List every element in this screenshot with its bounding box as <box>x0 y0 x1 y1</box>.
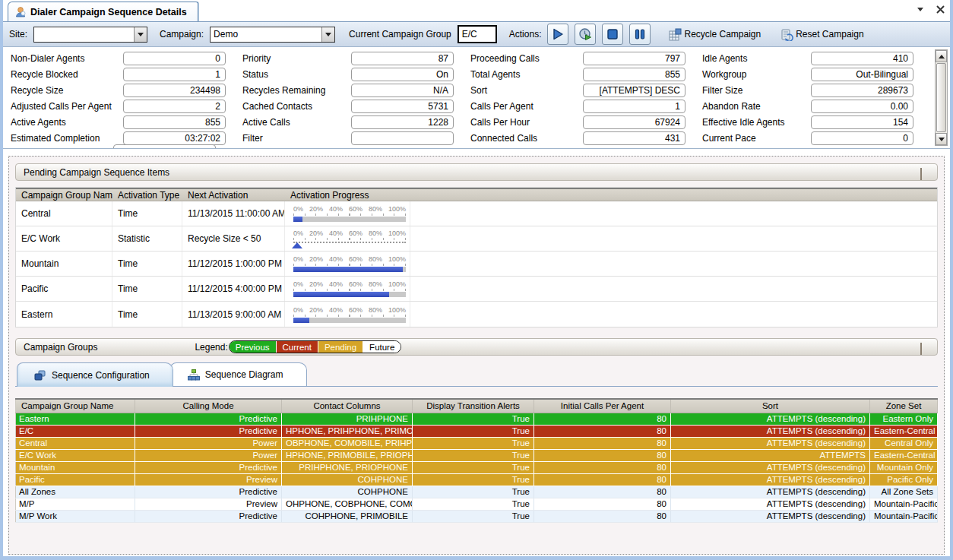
table-row[interactable]: All ZonesPredictiveCOHPHONETrue80ATTEMPT… <box>16 486 938 498</box>
campaign-group-name: E/C Work <box>16 226 112 251</box>
column-header[interactable]: Activation Progress <box>285 189 410 201</box>
column-header[interactable]: Next Activation <box>182 189 285 201</box>
campaign-groups-section-header[interactable]: Campaign Groups Legend: Previous Current… <box>15 338 938 356</box>
collapse-chevron-icon[interactable] <box>920 169 929 176</box>
tab-sequence-diagram[interactable]: Sequence Diagram <box>170 362 307 386</box>
column-header[interactable]: Display Transition Alerts <box>413 399 534 413</box>
tab-sequence-configuration[interactable]: Sequence Configuration <box>17 362 173 387</box>
stop-button[interactable] <box>602 24 623 45</box>
site-select[interactable] <box>33 27 147 43</box>
pause-icon <box>633 27 647 41</box>
progress-bar <box>293 267 403 272</box>
chevron-down-icon[interactable] <box>134 27 147 42</box>
stat-value: 5731 <box>351 100 454 113</box>
campaign-groups-title: Campaign Groups <box>24 342 97 353</box>
stats-column-4: Idle Agents410 WorkgroupOut-Bilingual Fi… <box>702 50 930 146</box>
agent-icon <box>14 6 27 18</box>
column-header[interactable]: Campaign Group Name <box>16 189 112 201</box>
site-label: Site: <box>9 29 27 40</box>
tab-label: Sequence Configuration <box>52 370 150 381</box>
stat-value: 67924 <box>583 115 685 129</box>
column-header[interactable]: Campaign Group Name <box>16 399 135 413</box>
start-button[interactable] <box>547 24 568 45</box>
campaign-group-name: Mountain <box>16 252 112 276</box>
recycle-campaign-label: Recycle Campaign <box>684 29 761 40</box>
reset-campaign-button[interactable]: Reset Campaign <box>777 27 866 43</box>
close-icon[interactable] <box>935 4 945 14</box>
stat-value: 2 <box>123 100 226 113</box>
pending-section-header[interactable]: Pending Campaign Sequence Items <box>15 163 938 181</box>
pending-row[interactable]: Pacific Time 11/12/2015 4:00:00 PM 0%20%… <box>16 277 937 302</box>
pending-row[interactable]: Central Time 11/13/2015 11:00:00 AM 0%20… <box>16 201 937 226</box>
table-row[interactable]: CentralPowerOBPHONE, COMOBILE, PRIHPHONE… <box>16 437 938 449</box>
activation-type: Time <box>112 277 182 301</box>
scrollbar-thumb[interactable] <box>936 63 946 132</box>
column-header[interactable]: Activation Type <box>112 189 182 201</box>
pending-row[interactable]: Eastern Time 11/13/2015 9:00:00 AM 0%20%… <box>16 302 937 327</box>
recycle-campaign-button[interactable]: Recycle Campaign <box>666 27 764 43</box>
window-title: Dialer Campaign Sequence Details <box>30 7 187 17</box>
campaign-select[interactable]: Demo <box>210 27 335 43</box>
table-row[interactable]: E/C WorkPowerHPHONE, PRIMOBILE, PRIOPHON… <box>16 449 938 461</box>
activation-type: Time <box>112 302 182 327</box>
table-row[interactable]: E/CPredictiveHPHONE, PRIHPHONE, PRIMOBIL… <box>16 425 938 437</box>
chevron-down-icon[interactable] <box>321 27 334 42</box>
legend-pending: Pending <box>318 341 363 353</box>
stat-value: 431 <box>583 131 685 145</box>
progress-marker-icon <box>292 242 302 248</box>
stat-label: Current Pace <box>702 133 811 144</box>
progress-bar <box>293 217 302 222</box>
stat-value: 855 <box>583 68 685 81</box>
pending-section-title: Pending Campaign Sequence Items <box>24 167 169 178</box>
activation-type: Statistic <box>112 226 182 251</box>
window-tab[interactable]: Dialer Campaign Sequence Details <box>8 2 198 21</box>
stat-value: 87 <box>351 52 454 65</box>
legend-future: Future <box>363 341 401 353</box>
pause-button[interactable] <box>629 24 651 45</box>
current-campaign-group-input[interactable] <box>458 25 497 43</box>
table-row[interactable]: PacificPreviewCOHPHONETrue80ATTEMPTS (de… <box>16 473 938 486</box>
title-bar: Dialer Campaign Sequence Details <box>3 0 950 21</box>
reset-campaign-label: Reset Campaign <box>796 29 863 40</box>
column-header[interactable]: Initial Calls Per Agent <box>534 399 671 413</box>
collapse-chevron-icon[interactable] <box>920 344 929 350</box>
stat-label: Priority <box>242 53 351 64</box>
stat-value: N/A <box>351 84 454 97</box>
window-menu-icon[interactable] <box>915 4 926 14</box>
toolbar: Site: Campaign: Demo Current Campaign Gr… <box>3 21 950 47</box>
legend-current: Current <box>277 341 318 353</box>
next-activation: 11/13/2015 11:00:00 AM <box>182 201 285 226</box>
legend-previous: Previous <box>230 341 277 353</box>
stats-column-1: Non-Dialer Agents0 Recycle Blocked1 Recy… <box>11 50 242 146</box>
stat-value: On <box>351 68 454 81</box>
column-header[interactable]: Contact Columns <box>282 399 413 413</box>
scheduled-start-button[interactable] <box>575 24 596 45</box>
stat-value: 855 <box>123 115 226 129</box>
stat-label: Total Agents <box>470 69 583 80</box>
legend-label: Legend: <box>195 342 227 353</box>
actions-label: Actions: <box>509 29 542 40</box>
stat-value: 154 <box>811 115 913 129</box>
pending-row[interactable]: E/C Work Statistic Recycle Size < 50 0%2… <box>16 226 937 252</box>
activation-progress: 0%20%40%60%80%100% <box>285 252 410 276</box>
table-row[interactable]: M/PPreviewOHPHONE, COBPHONE, COMOBILETru… <box>16 498 938 510</box>
pending-table: Campaign Group Name Activation Type Next… <box>15 187 938 327</box>
stat-value: 03:27:02 <box>123 131 226 145</box>
stats-scrollbar[interactable] <box>935 49 948 146</box>
pending-row[interactable]: Mountain Time 11/12/2015 1:00:00 PM 0%20… <box>16 252 937 277</box>
scroll-down-icon[interactable] <box>936 133 947 145</box>
column-header[interactable]: Sort <box>671 399 870 413</box>
column-header[interactable]: Zone Set <box>870 399 938 413</box>
stat-label: Sort <box>470 85 583 96</box>
table-row[interactable]: MountainPredictivePRIHPHONE, PRIOPHONETr… <box>16 461 938 473</box>
stat-label: Idle Agents <box>702 53 811 64</box>
next-activation: Recycle Size < 50 <box>182 226 285 251</box>
column-header[interactable]: Calling Mode <box>135 399 282 413</box>
activation-progress: 0%20%40%60%80%100% <box>285 302 410 327</box>
activation-progress: 0%20%40%60%80%100% <box>285 201 410 226</box>
play-icon <box>551 27 565 41</box>
scroll-up-icon[interactable] <box>936 50 947 62</box>
table-row[interactable]: EasternPredictivePRIHPHONETrue80ATTEMPTS… <box>16 413 938 425</box>
stop-icon <box>606 27 619 41</box>
table-row[interactable]: M/P WorkPredictiveCOHPHONE, PRIMOBILETru… <box>16 510 938 522</box>
